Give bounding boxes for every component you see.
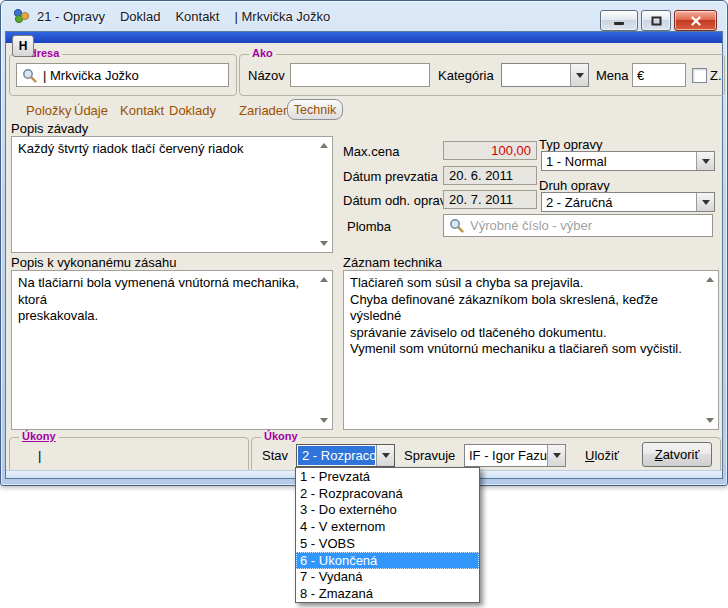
chevron-down-icon — [702, 200, 710, 205]
zaznam-technika-textarea[interactable]: Tlačiareň som súsil a chyba sa prejavila… — [344, 271, 718, 429]
max-cena-value: 100,00 — [491, 143, 531, 158]
window-title: 21 - Opravy Doklad Kontakt | Mrkvička Jo… — [37, 9, 330, 24]
stav-combobox[interactable]: 2 - Rozpracovaná — [296, 444, 395, 467]
druh-opravy-combobox[interactable]: 2 - Záručná — [541, 192, 715, 212]
tab-kontakt[interactable]: Kontakt — [120, 103, 164, 118]
druh-opravy-label: Druh opravy — [539, 178, 610, 193]
chevron-down-icon — [576, 73, 584, 78]
stav-option-highlighted[interactable]: 6 - Ukončená — [296, 552, 479, 569]
ukony-right-legend: Úkony — [261, 430, 301, 443]
popis-zasahu-textarea[interactable]: Na tlačiarni bola vymenená vnútorná mech… — [12, 271, 332, 429]
spravuje-combobox[interactable]: IF - Igor Fazuľa — [464, 444, 566, 467]
mena-input[interactable] — [632, 63, 686, 87]
spravuje-value: IF - Igor Fazuľa — [465, 445, 547, 466]
adresa-input[interactable]: | Mrkvička Jožko — [16, 63, 229, 87]
plomba-field — [443, 214, 713, 237]
close-button[interactable] — [674, 10, 717, 31]
datum-prevzatia-label: Dátum prevzatia — [343, 169, 438, 184]
stav-option[interactable]: 5 - VOBS — [296, 535, 479, 552]
menu-doklad[interactable]: Doklad — [120, 9, 160, 24]
stav-value: 2 - Rozpracovaná — [298, 446, 375, 465]
nazov-input[interactable] — [290, 63, 430, 87]
scroll-down-icon[interactable] — [706, 418, 714, 423]
maximize-button[interactable] — [641, 10, 671, 31]
datum-odh-opravy-label: Dátum odh. opravy — [343, 193, 453, 208]
ulozit-button[interactable]: Uložiť — [585, 448, 619, 463]
mena-label: Mena — [596, 68, 629, 83]
kategoria-value — [502, 64, 570, 86]
chevron-down-icon — [382, 453, 390, 458]
datum-prevzatia-value: 20. 6. 2011 — [449, 168, 513, 183]
maximize-icon — [651, 16, 662, 26]
app-window: 21 - Opravy Doklad Kontakt | Mrkvička Jo… — [0, 0, 728, 486]
max-cena-label: Max.cena — [343, 144, 399, 159]
stav-label: Stav — [262, 448, 288, 463]
accent-bar — [6, 32, 722, 43]
tab-udaje[interactable]: Údaje — [74, 103, 108, 118]
popis-zavady-label: Popis závady — [11, 121, 88, 136]
popis-zavady-field: Každý štvrtý riadok tlačí červený riadok — [11, 136, 333, 253]
window-title-main: 21 - Opravy — [37, 9, 105, 24]
scroll-up-icon[interactable] — [320, 143, 328, 148]
kategoria-label: Kategória — [438, 68, 494, 83]
chevron-down-icon — [553, 453, 561, 458]
typ-opravy-combobox[interactable]: 1 - Normal — [541, 151, 715, 171]
zaznam-technika-field: Tlačiareň som súsil a chyba sa prejavila… — [343, 270, 719, 430]
scroll-up-icon[interactable] — [320, 277, 328, 282]
minimize-button[interactable] — [600, 10, 638, 31]
search-icon — [449, 218, 464, 233]
window-controls — [600, 10, 717, 31]
chevron-down-icon — [702, 159, 710, 164]
zaznam-technika-label: Záznam technika — [343, 255, 442, 270]
kategoria-combobox[interactable] — [501, 63, 589, 87]
stav-option[interactable]: 7 - Vydaná — [296, 569, 479, 586]
h-toolbar-button[interactable]: H — [12, 35, 34, 57]
tab-technik-active[interactable]: Technik — [287, 99, 343, 120]
z-label: Z. — [710, 68, 722, 83]
tab-doklady[interactable]: Doklady — [169, 103, 216, 118]
zatvorit-button-label: Zatvoriť — [655, 447, 700, 462]
z-checkbox[interactable] — [692, 68, 707, 83]
minimize-icon — [613, 16, 625, 25]
kategoria-dropdown-arrow[interactable] — [570, 64, 588, 86]
stav-option[interactable]: 8 - Zmazaná — [296, 585, 479, 602]
druh-opravy-value: 2 - Záručná — [542, 193, 696, 211]
nazov-label: Názov — [248, 68, 285, 83]
stav-option[interactable]: 2 - Rozpracovaná — [296, 485, 479, 502]
popis-zavady-textarea[interactable]: Každý štvrtý riadok tlačí červený riadok — [12, 137, 332, 252]
spravuje-dropdown-arrow[interactable] — [547, 445, 565, 466]
stav-dropdown-arrow[interactable] — [376, 445, 394, 466]
window-title-contact: | Mrkvička Jožko — [234, 9, 330, 24]
typ-opravy-dropdown-arrow[interactable] — [696, 152, 714, 170]
close-icon — [690, 15, 702, 27]
plomba-input[interactable] — [443, 214, 713, 237]
max-cena-field: 100,00 — [443, 141, 537, 160]
form-content: Adresa | Mrkvička Jožko Ako Názov Kategó… — [6, 43, 722, 471]
adresa-fieldset: Adresa | Mrkvička Jožko — [9, 54, 237, 96]
ukony-left-value: | — [38, 448, 41, 463]
scroll-down-icon[interactable] — [320, 241, 328, 246]
stav-option[interactable]: 3 - Do externého — [296, 502, 479, 519]
ukony-left-legend: Úkony — [19, 430, 59, 443]
scroll-up-icon[interactable] — [706, 277, 714, 282]
typ-opravy-value: 1 - Normal — [542, 152, 696, 170]
datum-odh-opravy-field: 20. 7. 2011 — [443, 190, 537, 209]
client-area: H Adresa | Mrkvička Jožko Ako Názov Kate — [5, 31, 723, 479]
stav-option[interactable]: 4 - V externom — [296, 518, 479, 535]
tab-polozky[interactable]: Položky — [26, 103, 72, 118]
zatvorit-button[interactable]: Zatvoriť — [642, 442, 712, 467]
plomba-label: Plomba — [347, 219, 391, 234]
menu-kontakt[interactable]: Kontakt — [175, 9, 219, 24]
search-icon — [22, 68, 37, 83]
popis-zasahu-label: Popis k vykonanému zásahu — [11, 255, 176, 270]
ukony-left-fieldset: Úkony | — [9, 437, 249, 474]
ako-fieldset: Ako Názov Kategória Mena Z. — [239, 54, 725, 96]
spravuje-label: Spravuje — [404, 448, 455, 463]
popis-zasahu-field: Na tlačiarni bola vymenená vnútorná mech… — [11, 270, 333, 430]
stav-dropdown-list: 1 - Prevzatá 2 - Rozpracovaná 3 - Do ext… — [295, 467, 480, 603]
datum-prevzatia-field: 20. 6. 2011 — [443, 166, 537, 185]
typ-opravy-label: Typ opravy — [539, 137, 603, 152]
scroll-down-icon[interactable] — [320, 418, 328, 423]
stav-option[interactable]: 1 - Prevzatá — [296, 468, 479, 485]
druh-opravy-dropdown-arrow[interactable] — [696, 193, 714, 211]
